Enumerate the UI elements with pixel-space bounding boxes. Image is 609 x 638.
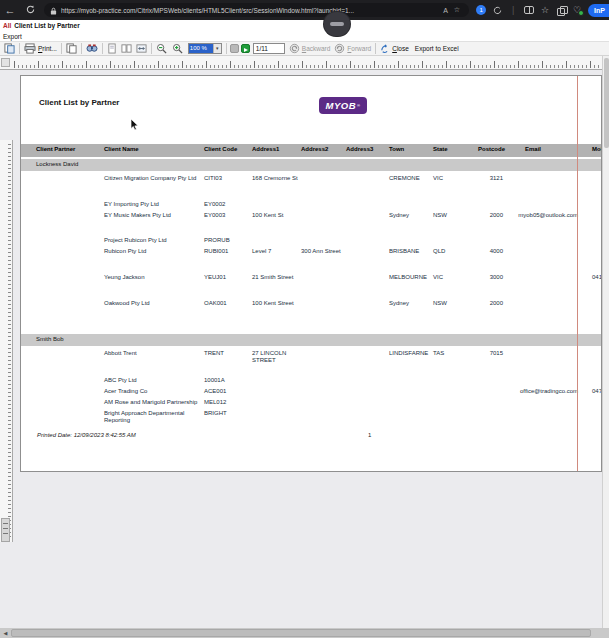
cell-code: EY0003 [204, 212, 249, 219]
favorite-star-icon[interactable]: ☆ [454, 6, 460, 14]
cell-name: Citizen Migration Company Pty Ltd [104, 175, 208, 182]
print-button[interactable]: Print... [22, 42, 59, 55]
cell-town: Sydney [389, 300, 432, 307]
cell-code: TRENT [204, 350, 249, 357]
cell-address2: 300 Ann Street [301, 248, 345, 255]
forward-label: Forward [347, 45, 371, 52]
cell-state: VIC [433, 274, 455, 281]
cell-email: office@tradingco.com [488, 388, 578, 395]
mouse-cursor [130, 118, 139, 131]
partner-group-band: Lockness David [21, 159, 602, 171]
close-button[interactable]: Close [378, 42, 411, 55]
browser-chrome: ← https://myob-practice.com/Citrix/MPSWe… [0, 0, 609, 20]
chevron-down-icon[interactable]: ▾ [213, 44, 221, 53]
forward-button[interactable]: Forward [332, 42, 373, 55]
page-number-input[interactable] [253, 43, 285, 54]
browser-essentials-icon[interactable]: ♡ [569, 3, 585, 17]
page-width-view-button[interactable] [134, 42, 149, 55]
cell-name: Oakwood Pty Ltd [104, 300, 208, 307]
single-page-view-button[interactable] [105, 42, 119, 55]
cell-state: NSW [433, 212, 455, 219]
cell-code: PRORUB [204, 237, 249, 244]
export-report-button[interactable] [2, 42, 17, 55]
cell-state: VIC [433, 175, 455, 182]
vertical-scrollbar[interactable] [602, 56, 609, 628]
menu-bar: Export [0, 31, 609, 41]
column-header: Postcode [478, 146, 505, 152]
horizontal-ruler [0, 56, 602, 70]
lock-icon[interactable] [50, 1, 57, 19]
cell-code: YEUJ01 [204, 274, 249, 281]
cell-postcode: 3121 [456, 175, 503, 182]
cell-code: RUBI001 [204, 248, 249, 255]
scroll-left-icon[interactable]: ◀ [0, 628, 11, 638]
inprivate-badge[interactable]: InP [588, 4, 609, 17]
zoom-out-button[interactable] [154, 42, 170, 55]
zoom-in-button[interactable] [170, 42, 186, 55]
cell-email: myob05@outlook.com [488, 212, 578, 219]
password-extension-icon[interactable]: 1 [473, 3, 489, 17]
export-to-excel-label: Export to Excel [415, 45, 459, 52]
citrix-toolbar-grip[interactable] [324, 12, 350, 36]
report-toolbar: Print... 100 % ▾ [0, 41, 609, 56]
address-bar[interactable]: https://myob-practice.com/Citrix/MPSWeb/… [44, 3, 469, 17]
cell-code: BRIGHT [204, 410, 249, 417]
collections-icon[interactable]: ☆ [537, 3, 553, 17]
cell-name: Abbott Trent [104, 350, 208, 357]
split-screen-icon[interactable] [521, 3, 537, 17]
zoom-select[interactable]: 100 % ▾ [188, 43, 222, 54]
stop-loading-button[interactable] [230, 44, 239, 53]
go-to-page-button[interactable] [241, 44, 250, 53]
cell-postcode: 7015 [456, 350, 503, 357]
horizontal-scrollbar[interactable]: ◀ [0, 628, 609, 638]
column-header: Address2 [301, 146, 328, 152]
report-viewport[interactable]: Client List by Partner MYOB® Client Part… [0, 70, 602, 628]
cell-name: AM Rose and Marigold Partnership [104, 399, 208, 406]
grip-bar-icon [330, 22, 344, 26]
url-text[interactable]: https://myob-practice.com/Citrix/MPSWeb/… [61, 7, 440, 14]
export-to-excel-button[interactable]: Export to Excel [411, 42, 461, 55]
ruler-corner-box [1, 58, 10, 67]
column-header: Email [525, 146, 541, 152]
partner-name: Smith Bob [36, 336, 64, 342]
menu-export[interactable]: Export [3, 33, 22, 40]
cell-code: 10001A [204, 377, 249, 384]
refresh-icon[interactable] [20, 4, 40, 16]
column-header: Client Partner [36, 146, 75, 152]
back-icon[interactable]: ← [0, 4, 20, 16]
myob-logo: MYOB® [319, 97, 367, 114]
toolbar-divider: | [505, 3, 521, 17]
extensions-icon[interactable] [553, 3, 569, 17]
close-label: Close [392, 45, 409, 52]
cell-name: Rubicon Pty Ltd [104, 248, 208, 255]
cell-code: EY0002 [204, 201, 249, 208]
cell-state: QLD [433, 248, 455, 255]
history-icon[interactable] [489, 3, 505, 17]
printed-date: Printed Date: 12/09/2023 8:42:55 AM [37, 432, 136, 438]
cell-town: MELBOURNE [389, 274, 432, 281]
find-button[interactable] [84, 42, 100, 55]
column-header: Client Name [104, 146, 139, 152]
cell-name: Acer Trading Co [104, 388, 208, 395]
cell-code: ACE001 [204, 388, 249, 395]
cell-name: EY Music Makers Pty Ltd [104, 212, 208, 219]
multi-page-view-button[interactable] [119, 42, 134, 55]
citrix-session-window: ← https://myob-practice.com/Citrix/MPSWe… [0, 0, 609, 638]
cell-address1: 27 LINCOLN STREET [252, 350, 298, 364]
cell-postcode: 2000 [456, 300, 503, 307]
cell-code: CITI03 [204, 175, 249, 182]
column-header: Town [389, 146, 404, 152]
cell-name: EY Importing Pty Ltd [104, 201, 208, 208]
cell-name: Bright Approach Departmental Reporting [104, 410, 208, 424]
cell-town: CREMONE [389, 175, 432, 182]
cell-address1: 21 Smith Street [252, 274, 298, 281]
session-title-bar: All Client List by Partner [0, 20, 609, 31]
copy-button[interactable] [64, 42, 79, 55]
vertical-scrollbar-thumb[interactable] [604, 58, 609, 148]
cell-postcode: 4000 [456, 248, 503, 255]
horizontal-scrollbar-thumb[interactable] [11, 629, 591, 637]
backward-button[interactable]: Backward [287, 42, 333, 55]
cell-name: Project Rubicon Pty Ltd [104, 237, 208, 244]
cell-address1: 100 Kent St [252, 212, 298, 219]
read-aloud-icon[interactable]: A [443, 7, 448, 14]
